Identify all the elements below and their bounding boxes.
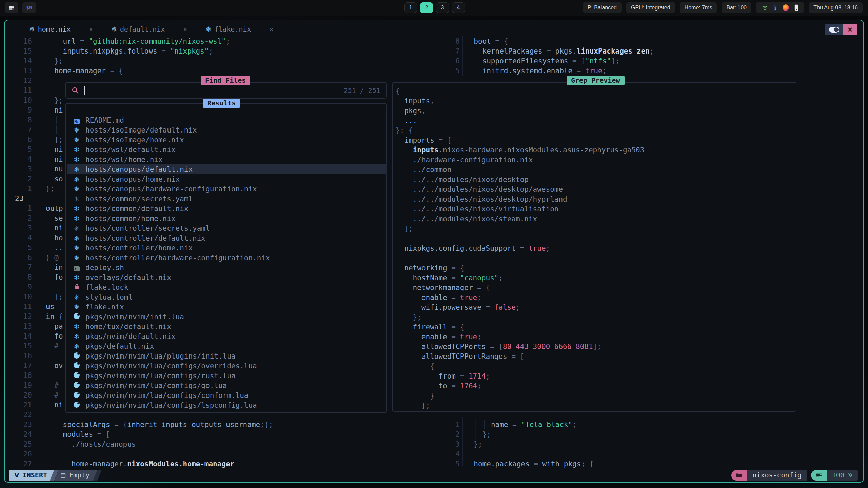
tab-close-icon[interactable]: ×: [270, 25, 274, 33]
workspace-button-4[interactable]: 4: [452, 2, 465, 13]
grep-preview-panel: { inputs, pkgs, ...}: { imports = [ inpu…: [392, 82, 796, 412]
code-text: supportedFilesystems = ["ntfs"];: [465, 56, 619, 66]
preview-line: ];: [393, 401, 796, 411]
tab-home.nix[interactable]: ❄home.nix×: [29, 25, 93, 33]
line-number: 10: [16, 292, 32, 302]
network-icon[interactable]: [762, 5, 768, 11]
result-item[interactable]: ✳hosts/controller/secrets.yaml: [67, 223, 387, 233]
line-number: 2: [443, 430, 460, 440]
tab-close-icon[interactable]: ×: [89, 25, 93, 33]
line-number: 15: [16, 341, 32, 351]
buffer-tabline: ❄home.nix×❄default.nix×❄flake.nix×: [29, 23, 292, 35]
result-item[interactable]: pkgs/nvim/nvim/lua/configs/rust.lua: [67, 371, 387, 381]
workspace-button-1[interactable]: 1: [404, 2, 417, 13]
result-item[interactable]: ❄pkgs/nvim/default.nix: [67, 331, 387, 341]
preview-text: ];: [396, 224, 413, 234]
result-item[interactable]: pkgs/nvim/nvim/lua/configs/overrides.lua: [67, 361, 387, 371]
preview-line: from = 1714;: [393, 371, 796, 381]
code-text: ];: [46, 292, 63, 302]
result-item[interactable]: ❄pkgs/default.nix: [67, 341, 387, 351]
line-number: 12: [16, 76, 32, 86]
result-item[interactable]: >_deploy.sh: [67, 263, 387, 272]
nix-file-icon: ❄: [72, 136, 81, 144]
result-file-path: hosts/wsl/home.nix: [85, 156, 163, 164]
preview-text: inputs.nixos-hardware.nixosModules.asus-…: [396, 145, 644, 155]
launcher-button[interactable]: ▦: [5, 2, 18, 13]
line-number: 6: [16, 253, 32, 263]
result-item[interactable]: ❄hosts/common/default.nix: [67, 204, 387, 214]
result-item[interactable]: ❄home/tux/default.nix: [67, 322, 387, 331]
result-file-path: hosts/isoImage/default.nix: [85, 126, 197, 134]
orb-icon[interactable]: [783, 4, 789, 11]
line-number: 3: [443, 440, 460, 449]
result-item[interactable]: ❄flake.nix: [67, 302, 387, 312]
nix-file-icon: ❄: [72, 215, 81, 223]
power-profile-chip: P: Balanced: [583, 2, 622, 13]
result-file-path: hosts/common/secrets.yaml: [85, 195, 193, 203]
result-item[interactable]: ❄hosts/controller/default.nix: [67, 233, 387, 243]
tab-close-icon[interactable]: ×: [183, 25, 187, 33]
nix-file-icon: ❄: [111, 25, 117, 33]
result-item[interactable]: ✳stylua.toml: [67, 292, 387, 302]
result-item[interactable]: ❄hosts/isoImage/home.nix: [67, 135, 387, 145]
line-number: 5: [443, 459, 460, 469]
result-item[interactable]: ❄hosts/canopus/home.nix: [67, 174, 387, 184]
lua-file-icon: [72, 391, 81, 400]
code-line: 2 │ };: [5, 430, 863, 440]
line-number: 8: [16, 272, 32, 282]
result-file-path: home/tux/default.nix: [85, 323, 171, 331]
result-item[interactable]: ❄hosts/canopus/hardware-configuration.ni…: [67, 184, 387, 194]
nix-file-icon: ❄: [72, 244, 81, 252]
result-item[interactable]: ❄hosts/wsl/home.nix: [67, 155, 387, 164]
preview-text: };: [396, 312, 421, 322]
code-line: 7 kernelPackages = pkgs.linuxPackages_ze…: [5, 46, 863, 56]
tab-default.nix[interactable]: ❄default.nix×: [111, 25, 187, 33]
window-toggle-button[interactable]: [825, 24, 843, 35]
workspace-button-3[interactable]: 3: [436, 2, 449, 13]
result-item[interactable]: ❄hosts/common/home.nix: [67, 214, 387, 223]
window-close-button[interactable]: ×: [843, 24, 857, 35]
result-item[interactable]: ❄hosts/wsl/default.nix: [67, 145, 387, 155]
result-item[interactable]: flake.lock: [67, 282, 387, 292]
line-number: 8: [16, 115, 32, 125]
result-file-path: hosts/isoImage/home.nix: [85, 136, 184, 144]
bluetooth-icon[interactable]: ᛒ: [774, 4, 777, 11]
neovim-app-badge[interactable]: $N: [22, 2, 36, 13]
result-file-path: pkgs/nvim/default.nix: [85, 332, 176, 341]
line-number: 6: [443, 56, 460, 66]
code-line: 1 │ │ name = "Tela-black";: [5, 420, 863, 430]
results-counter: 251 / 251: [344, 86, 380, 95]
result-file-path: pkgs/default.nix: [85, 342, 154, 350]
result-item[interactable]: pkgs/nvim/nvim/lua/configs/go.lua: [67, 381, 387, 390]
app-grid-icon: ▦: [9, 4, 14, 11]
result-item[interactable]: ❄hosts/controller/hardware-configuration…: [67, 253, 387, 263]
phone-icon[interactable]: [794, 4, 798, 11]
tab-label: default.nix: [120, 25, 165, 33]
nix-file-icon: ❄: [72, 303, 81, 311]
result-file-path: hosts/controller/default.nix: [85, 234, 205, 242]
line-number: 5: [16, 243, 32, 253]
mode-indicator: V INSERT: [9, 470, 55, 481]
result-item[interactable]: pkgs/nvim/nvim/lua/plugins/init.lua: [67, 351, 387, 361]
tab-flake.nix[interactable]: ❄flake.nix×: [205, 25, 273, 33]
result-item[interactable]: M↓README.md: [67, 115, 387, 125]
workspace-button-2[interactable]: 2: [420, 2, 433, 13]
preview-line: {: [393, 362, 796, 371]
preview-line: ./hardware-configuration.nix: [393, 155, 796, 165]
result-file-path: pkgs/nvim/nvim/lua/configs/go.lua: [85, 382, 227, 390]
result-item[interactable]: ❄overlays/default.nix: [67, 272, 387, 282]
result-item[interactable]: pkgs/nvim/nvim/lua/configs/conform.lua: [67, 390, 387, 400]
result-item[interactable]: pkgs/nvim/nvim/init.lua: [67, 312, 387, 322]
preview-text: enable = true;: [396, 332, 481, 342]
result-item[interactable]: pkgs/nvim/nvim/lua/configs/lspconfig.lua: [67, 400, 387, 410]
preview-text: ./hardware-configuration.nix: [396, 155, 533, 165]
code-line: 6 supportedFilesystems = ["ntfs"];: [5, 56, 863, 66]
result-item[interactable]: ✳hosts/common/secrets.yaml: [67, 194, 387, 204]
line-number: 9: [16, 105, 32, 115]
preview-text: firewall = {: [396, 322, 464, 332]
code-text: };: [46, 135, 63, 145]
result-item[interactable]: ❄hosts/canopus/default.nix: [67, 164, 387, 174]
line-number: 7: [443, 46, 460, 56]
result-item[interactable]: ❄hosts/isoImage/default.nix: [67, 125, 387, 135]
result-item[interactable]: ❄hosts/controller/home.nix: [67, 243, 387, 253]
